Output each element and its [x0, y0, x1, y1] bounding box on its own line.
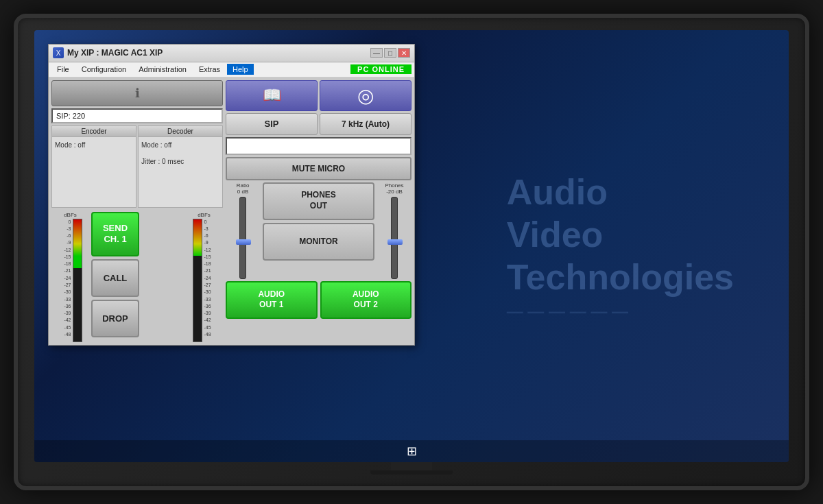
audio-out-row: AUDIOOUT 1 AUDIOOUT 2	[226, 281, 412, 319]
encoder-decoder-row: Encoder Mode : off Decoder Mode : off Ji…	[51, 125, 223, 208]
vu-bar-right	[193, 219, 202, 342]
menu-bar: File Configuration Administration Extras…	[49, 62, 414, 77]
desktop-watermark: Audio Video Technologies — — — — — —	[507, 171, 734, 322]
windows-logo[interactable]: ⊞	[407, 444, 417, 459]
menu-administration[interactable]: Administration	[133, 64, 192, 75]
ratio-slider[interactable]	[239, 197, 246, 279]
send-ch1-button[interactable]: AUDIO OUT 1 SENDCH. 1	[91, 212, 139, 256]
ratio-slider-group: Ratio 0 dB	[226, 182, 260, 279]
screen: Audio Video Technologies — — — — — — X M…	[34, 30, 789, 462]
app-window: X My XIP : MAGIC AC1 XIP — □ ✕ File Conf…	[48, 44, 415, 346]
close-button[interactable]: ✕	[398, 48, 410, 58]
menu-configuration[interactable]: Configuration	[76, 64, 132, 75]
info-button[interactable]: ℹ	[51, 80, 223, 106]
audio-out1-button[interactable]: AUDIOOUT 1	[226, 281, 318, 319]
monitor-button[interactable]: MONITOR	[263, 223, 374, 261]
toggle-icon: ◎	[357, 84, 374, 107]
phones-label: Phones -20 dB	[385, 182, 403, 195]
decoder-jitter: Jitter : 0 msec	[141, 156, 219, 167]
info-icon: ℹ	[135, 86, 140, 101]
phones-slider-group: Phones -20 dB	[377, 182, 412, 279]
menu-help[interactable]: Help	[227, 64, 254, 75]
action-buttons: AUDIO OUT 1 SENDCH. 1 CALL DROP	[91, 212, 183, 337]
menu-extras[interactable]: Extras	[193, 64, 226, 75]
codec-button[interactable]: 7 kHz (Auto)	[320, 113, 412, 135]
phonebook-button[interactable]: 📖	[226, 80, 318, 111]
vu-scale-left: 0-3-6-9-12 -15-18-21-24-27 -30-33-36-39-…	[59, 219, 71, 342]
vu-buttons-row: dBFs 0-3-6-9-12 -15-18-21-24-27 -30-33-3…	[51, 212, 223, 342]
book-icon: 📖	[263, 86, 281, 104]
encoder-panel: Encoder Mode : off	[51, 125, 136, 208]
phone-number-input[interactable]	[226, 137, 412, 155]
call-button[interactable]: CALL	[91, 259, 139, 297]
vu-overlay-right	[193, 256, 202, 341]
monitor-base	[370, 470, 453, 475]
encoder-mode: Mode : off	[55, 140, 133, 151]
sip-display: SIP: 220	[51, 108, 223, 123]
mute-micro-button[interactable]: MUTE MICRO	[226, 157, 412, 180]
sip-codec-row: SIP 7 kHz (Auto)	[226, 113, 412, 135]
window-title: My XIP : MAGIC AC1 XIP	[67, 48, 163, 58]
menu-file[interactable]: File	[51, 64, 75, 75]
right-panel: 📖 ◎ SIP 7 kHz (Auto) MUTE MICRO	[226, 80, 412, 342]
phones-monitor-col: PHONESOUT MONITOR	[263, 182, 374, 261]
controls-area: Ratio 0 dB PHONESOUT M	[226, 182, 412, 279]
maximize-button[interactable]: □	[384, 48, 396, 58]
phones-out-button[interactable]: PHONESOUT	[263, 182, 374, 220]
decoder-panel: Decoder Mode : off Jitter : 0 msec	[138, 125, 223, 208]
left-panel: ℹ SIP: 220 Encoder Mode : off Decoder	[51, 80, 223, 342]
monitor-frame: Audio Video Technologies — — — — — — X M…	[14, 14, 809, 490]
ratio-thumb	[236, 239, 251, 245]
title-bar: X My XIP : MAGIC AC1 XIP — □ ✕	[49, 45, 414, 62]
audio-out2-button[interactable]: AUDIOOUT 2	[320, 281, 412, 319]
decoder-body: Mode : off Jitter : 0 msec	[139, 137, 222, 170]
vu-overlay-left	[73, 268, 82, 341]
decoder-mode: Mode : off	[141, 140, 219, 151]
pc-online-status: PC ONLINE	[350, 64, 412, 74]
toggle-button[interactable]: ◎	[320, 80, 412, 111]
phones-slider[interactable]	[391, 197, 398, 279]
decoder-header: Decoder	[139, 126, 222, 137]
drop-button[interactable]: DROP	[91, 300, 139, 337]
encoder-body: Mode : off	[52, 137, 136, 154]
taskbar: ⊞	[34, 440, 789, 462]
minimize-button[interactable]: —	[370, 48, 383, 58]
window-controls: — □ ✕	[370, 48, 410, 58]
app-content: ℹ SIP: 220 Encoder Mode : off Decoder	[49, 77, 414, 345]
ratio-label: Ratio 0 dB	[237, 182, 250, 195]
top-buttons-row: 📖 ◎	[226, 80, 412, 111]
vu-left-label: dBFs	[64, 212, 77, 218]
vu-scale-right: 0-3-6-9-12 -15-18-21-24-27 -30-33-36-39-…	[204, 219, 216, 342]
vu-right-label: dBFs	[198, 212, 211, 218]
vu-meter-left: dBFs 0-3-6-9-12 -15-18-21-24-27 -30-33-3…	[51, 212, 89, 342]
app-icon: X	[53, 47, 64, 58]
vu-bar-left	[73, 219, 82, 342]
sip-button[interactable]: SIP	[226, 113, 318, 135]
encoder-header: Encoder	[52, 126, 136, 137]
phones-thumb	[387, 239, 403, 245]
monitor-stand	[391, 462, 432, 470]
vu-meter-right: dBFs 0-3-6-9-12 -15-18-21-24-27 -30-33-3…	[185, 212, 223, 342]
